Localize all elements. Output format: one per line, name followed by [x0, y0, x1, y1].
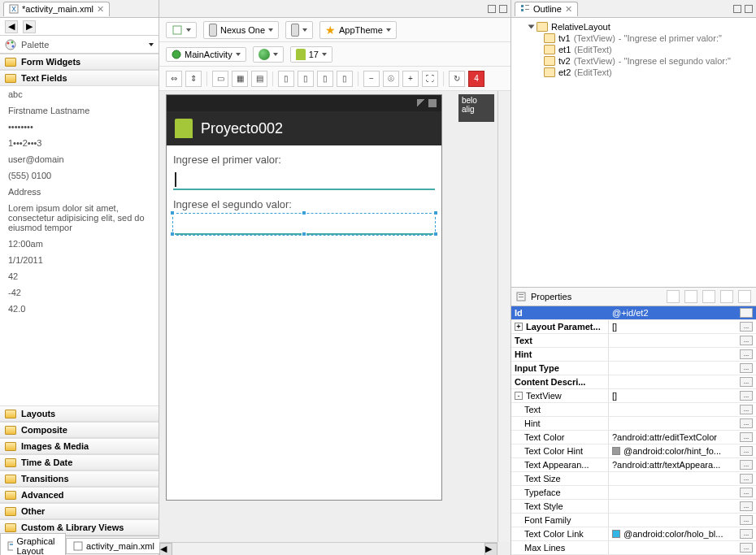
property-row[interactable]: Hint... — [511, 348, 756, 362]
error-count-badge[interactable]: 4 — [468, 71, 484, 87]
outline-root[interactable]: RelativeLayout — [515, 21, 753, 33]
device-preview[interactable]: Proyecto002 Ingrese el primer valor: Ing… — [166, 94, 442, 501]
textview-tv1[interactable]: Ingrese el primer valor: — [173, 150, 435, 169]
xml-source-tab[interactable]: activity_main.xml — [66, 538, 162, 554]
theme-dropdown[interactable]: ★ AppTheme — [319, 21, 397, 39]
expand-toggle-icon[interactable] — [528, 25, 535, 29]
palette-item[interactable]: •••••••• — [0, 119, 159, 135]
real-size-icon[interactable]: ▭ — [212, 71, 228, 87]
edit-property-icon[interactable]: ... — [740, 308, 753, 318]
property-row[interactable]: Content Descri...... — [511, 375, 756, 389]
palette-section[interactable]: Images & Media — [0, 438, 159, 454]
zoom-reset-icon[interactable]: ⦾ — [383, 71, 399, 87]
palette-items-list[interactable]: abcFirstname Lastname••••••••1•••2•••3us… — [0, 86, 159, 405]
palette-section[interactable]: Transitions — [0, 470, 159, 487]
property-row[interactable]: Text... — [511, 403, 756, 417]
property-row[interactable]: Text Style... — [511, 500, 756, 514]
edit-property-icon[interactable]: ... — [740, 501, 753, 511]
outline-node[interactable]: tv1 (TextView) - "Ingrese el primer valo… — [515, 33, 753, 44]
property-row[interactable]: Text Color Hint@android:color/hint_fo...… — [511, 444, 756, 458]
toggle-bounds-icon[interactable]: ⇔ — [166, 71, 182, 87]
edit-property-icon[interactable]: ... — [740, 418, 753, 428]
outline-node[interactable]: et1 (EditText) — [515, 44, 753, 55]
edit-property-icon[interactable]: ... — [740, 336, 753, 345]
props-advanced-icon[interactable] — [702, 290, 715, 303]
activity-dropdown[interactable]: MainActivity — [166, 47, 246, 62]
refresh-icon[interactable]: ↻ — [449, 71, 465, 87]
edit-property-icon[interactable]: ... — [740, 488, 753, 497]
palette-item[interactable]: (555) 0100 — [0, 167, 159, 184]
outline-node[interactable]: et2 (EditText) — [515, 67, 753, 78]
edittext-et2[interactable] — [173, 214, 435, 235]
property-row[interactable]: Max Lines... — [511, 541, 756, 555]
property-row[interactable]: Text Color?android:attr/editTextColor... — [511, 431, 756, 444]
grid-icon[interactable]: ▤ — [251, 71, 267, 87]
property-row[interactable]: Hint... — [511, 417, 756, 431]
property-row[interactable]: Text Appearan...?android:attr/textAppear… — [511, 458, 756, 472]
palette-section[interactable]: Composite — [0, 422, 159, 438]
align-right-icon[interactable]: ▯ — [317, 71, 333, 87]
edit-property-icon[interactable]: ... — [740, 405, 753, 414]
props-sort-icon[interactable] — [684, 290, 697, 303]
outline-tree[interactable]: RelativeLayout tv1 (TextView) - "Ingrese… — [511, 18, 756, 287]
align-left-icon[interactable]: ▯ — [278, 71, 294, 87]
palette-item[interactable]: 1•••2•••3 — [0, 135, 159, 151]
property-row[interactable]: Typeface... — [511, 486, 756, 500]
palette-item[interactable]: 42.0 — [0, 301, 159, 317]
outline-maximize-icon[interactable] — [745, 5, 753, 13]
close-outline-icon[interactable]: ✕ — [565, 4, 572, 15]
palette-section[interactable]: Advanced — [0, 487, 159, 503]
editor-tab[interactable]: x *activity_main.xml ✕ — [3, 2, 110, 16]
config-dropdown[interactable] — [166, 22, 197, 38]
palette-item[interactable]: Address — [0, 184, 159, 200]
palette-section[interactable]: Text Fields — [0, 70, 159, 86]
zoom-fit-icon[interactable]: ⛶ — [422, 71, 438, 87]
palette-item[interactable]: Lorem ipsum dolor sit amet, consectetur … — [0, 200, 159, 236]
palette-item[interactable]: 42 — [0, 268, 159, 284]
property-row[interactable]: Text Size... — [511, 472, 756, 486]
graphical-layout-tab[interactable]: Graphical Layout — [0, 533, 66, 556]
palette-section[interactable]: Time & Date — [0, 454, 159, 470]
edit-property-icon[interactable]: ... — [740, 515, 753, 525]
palette-item[interactable]: 12:00am — [0, 236, 159, 252]
canvas-vscrollbar[interactable] — [497, 91, 511, 542]
props-expand-icon[interactable] — [720, 290, 733, 303]
zoom-out-icon[interactable]: − — [363, 71, 380, 87]
edit-property-icon[interactable]: ... — [740, 460, 753, 470]
edit-property-icon[interactable]: ... — [740, 529, 753, 539]
back-icon[interactable]: ◀ — [5, 20, 18, 33]
outline-node[interactable]: tv2 (TextView) - "Ingrese el segundo val… — [515, 55, 753, 67]
outline-tab[interactable]: Outline ✕ — [515, 2, 578, 16]
palette-item[interactable]: -42 — [0, 284, 159, 301]
property-row[interactable]: -TextView[]... — [511, 389, 756, 403]
minimize-icon[interactable] — [488, 5, 496, 13]
property-row[interactable]: Font Family... — [511, 514, 756, 527]
props-collapse-icon[interactable] — [738, 290, 751, 303]
palette-item[interactable]: abc — [0, 86, 159, 102]
edit-property-icon[interactable]: ... — [740, 391, 753, 401]
close-tab-icon[interactable]: ✕ — [97, 4, 104, 15]
canvas-hscrollbar[interactable]: ◀▶ — [159, 542, 497, 555]
outline-minimize-icon[interactable] — [733, 5, 741, 13]
palette-section[interactable]: Layouts — [0, 405, 159, 422]
property-row[interactable]: Id@+id/et2... — [511, 306, 756, 320]
property-row[interactable]: Text Color Link@android:color/holo_bl...… — [511, 527, 756, 541]
edit-property-icon[interactable]: ... — [740, 377, 753, 387]
edit-property-icon[interactable]: ... — [740, 363, 753, 373]
align-center-icon[interactable]: ▯ — [298, 71, 314, 87]
edit-property-icon[interactable]: ... — [740, 446, 753, 456]
palette-section[interactable]: Other — [0, 503, 159, 519]
property-row[interactable]: +Layout Paramet...[]... — [511, 320, 756, 334]
expand-icon[interactable]: + — [515, 323, 523, 331]
palette-item[interactable]: Firstname Lastname — [0, 102, 159, 119]
api-dropdown[interactable]: 17 — [290, 46, 332, 63]
device-dropdown[interactable]: Nexus One — [203, 21, 279, 39]
edit-property-icon[interactable]: ... — [740, 322, 753, 332]
align-dist-icon[interactable]: ▯ — [337, 71, 353, 87]
edittext-et1[interactable] — [173, 169, 435, 190]
property-row[interactable]: Text... — [511, 334, 756, 348]
expand-icon[interactable]: - — [515, 392, 523, 400]
zoom-in-icon[interactable]: + — [402, 71, 419, 87]
props-filter-icon[interactable] — [667, 290, 680, 303]
property-row[interactable]: Input Type... — [511, 362, 756, 375]
